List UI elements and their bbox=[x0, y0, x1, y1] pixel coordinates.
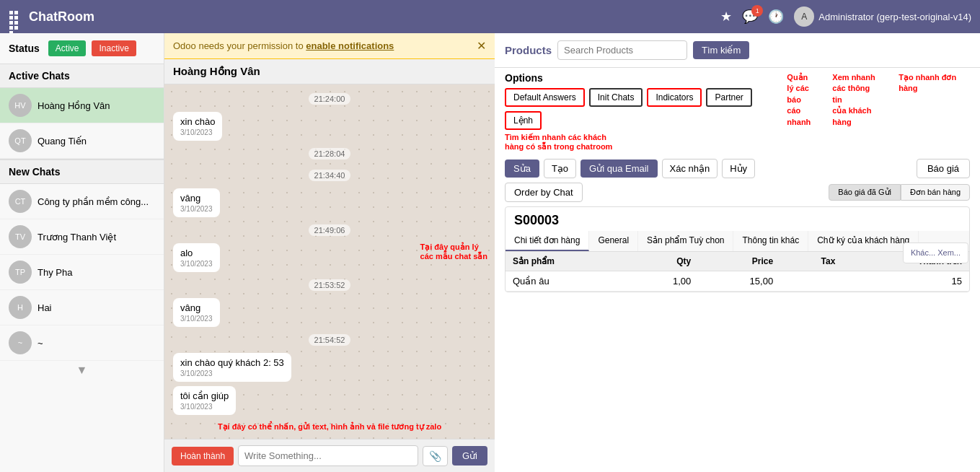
options-tabs: Default Answers Init Chats Indicators Pa… bbox=[505, 88, 765, 130]
clock-icon[interactable]: 🕐 bbox=[768, 9, 784, 25]
sidebar: Status Active Inactive Active Chats HV H… bbox=[0, 33, 164, 472]
annotation-xem-nhanh: Xem nhanh các thông tin của khách hàng bbox=[832, 72, 877, 128]
message-text: vâng bbox=[180, 193, 213, 204]
tab-chi-tiet[interactable]: Chi tiết đơn hàng bbox=[506, 231, 589, 251]
chat-name: Hai bbox=[37, 302, 52, 313]
search-products-input[interactable] bbox=[557, 40, 687, 60]
message-text: tôi cần giúp bbox=[180, 390, 229, 401]
chat-header: Hoàng Hồng Vân bbox=[164, 59, 495, 84]
annotation-tim-kiem: Tìm kiếm nhanh các khách hàng có sẵn tro… bbox=[495, 131, 980, 154]
grid-menu-icon[interactable] bbox=[9, 10, 22, 23]
list-item[interactable]: TV Trương Thanh Việt bbox=[0, 219, 164, 255]
partner-quick-view[interactable]: Khác... Xem... bbox=[903, 242, 968, 263]
indicators-tab[interactable]: Indicators bbox=[647, 88, 702, 107]
annotation-tao-nhanh: Tạo nhanh đơn hàng bbox=[899, 72, 970, 95]
confirm-button[interactable]: Xác nhận bbox=[662, 159, 718, 178]
cell-total: 15 bbox=[842, 271, 969, 292]
message-timestamp: 21:34:40 bbox=[309, 170, 351, 181]
avatar: HV bbox=[9, 94, 32, 117]
status-row: Status Active Inactive bbox=[0, 33, 164, 64]
quote-button[interactable]: Báo giá bbox=[917, 159, 970, 178]
list-item[interactable]: TP Thy Pha bbox=[0, 255, 164, 290]
message-timestamp: 21:28:04 bbox=[309, 148, 351, 159]
edit-button[interactable]: Sửa bbox=[505, 159, 539, 178]
chat-name: ~ bbox=[37, 338, 43, 349]
message-meta: 3/10/2023 bbox=[180, 370, 284, 377]
chat-panel: Odoo needs your permission to enable not… bbox=[164, 33, 495, 472]
close-notification-icon[interactable]: ✕ bbox=[477, 39, 486, 53]
right-panel: Products Tìm kiếm Options Default Answer… bbox=[495, 33, 980, 472]
avatar: A bbox=[794, 6, 814, 27]
avatar: TV bbox=[9, 225, 32, 248]
order-detail-wrapper: S00003 Chi tiết đơn hàng General Sản phẩ… bbox=[495, 206, 980, 472]
chat-notification-icon[interactable]: 💬 1 bbox=[742, 9, 758, 25]
chat-input-area: Hoàn thành 📎 Gửi bbox=[164, 439, 495, 472]
active-button[interactable]: Active bbox=[48, 40, 87, 56]
message-meta: 3/10/2023 bbox=[180, 205, 213, 213]
inactive-button[interactable]: Inactive bbox=[92, 40, 136, 56]
list-item[interactable]: H Hai bbox=[0, 290, 164, 325]
avatar: H bbox=[9, 296, 32, 319]
create-button[interactable]: Tạo bbox=[544, 159, 576, 178]
chat-input[interactable] bbox=[238, 445, 418, 466]
avatar: ~ bbox=[9, 331, 32, 354]
pipeline-buttons: Báo giá đã Gửi Đơn bán hàng bbox=[829, 184, 970, 201]
new-chats-title: New Chats bbox=[0, 160, 164, 184]
order-table: Sản phẩm Qty Price Tax Thành tiền Quần â… bbox=[506, 252, 969, 292]
topbar-icons: ★ 💬 1 🕐 A Administrator (gerp-test-origi… bbox=[720, 6, 971, 27]
send-button[interactable]: Gửi bbox=[452, 446, 487, 466]
list-item[interactable]: QT Quang Tiến bbox=[0, 123, 164, 159]
col-tax: Tax bbox=[780, 252, 842, 271]
message-meta: 3/10/2023 bbox=[180, 128, 215, 136]
partner-tab[interactable]: Partner bbox=[706, 88, 751, 107]
message-timestamp: 21:24:00 bbox=[309, 93, 351, 105]
star-icon[interactable]: ★ bbox=[720, 9, 732, 25]
tab-general[interactable]: General bbox=[589, 231, 638, 251]
send-email-button[interactable]: Gửi qua Email bbox=[581, 159, 657, 178]
complete-button[interactable]: Hoàn thành bbox=[172, 447, 234, 466]
main-layout: Status Active Inactive Active Chats HV H… bbox=[0, 33, 980, 472]
chat-name: Công ty phần mềm công... bbox=[37, 196, 149, 207]
avatar: CT bbox=[9, 190, 32, 213]
message-bubble: tôi cần giúp 3/10/2023 bbox=[173, 386, 236, 415]
chat-name: Quang Tiến bbox=[37, 136, 87, 147]
col-price: Price bbox=[698, 252, 780, 271]
message-bubble: vâng 3/10/2023 bbox=[173, 188, 220, 217]
search-button[interactable]: Tìm kiếm bbox=[693, 41, 749, 59]
lenh-tab[interactable]: Lệnh bbox=[505, 111, 542, 130]
message-bubble: xin chào quý khách 2: 53 3/10/2023 bbox=[173, 353, 291, 382]
chat-messages: 21:24:00 xin chào 3/10/2023 21:28:04 21:… bbox=[164, 84, 495, 439]
pipeline-sale-button[interactable]: Đơn bán hàng bbox=[901, 184, 970, 201]
active-chats-title: Active Chats bbox=[0, 64, 164, 88]
message-bubble: vâng 3/10/2023 bbox=[173, 298, 220, 327]
notification-text: Odoo needs your permission to enable not… bbox=[173, 40, 394, 51]
message-meta: 3/10/2023 bbox=[180, 260, 213, 268]
list-item[interactable]: CT Công ty phần mềm công... bbox=[0, 184, 164, 219]
products-search-row: Products Tìm kiếm bbox=[495, 33, 980, 68]
order-by-chat-row: Order by Chat Báo giá đã Gửi Đơn bán hàn… bbox=[495, 183, 980, 206]
notification-badge: 1 bbox=[751, 5, 763, 17]
init-chats-tab[interactable]: Init Chats bbox=[589, 88, 643, 107]
tab-san-pham[interactable]: Sản phẩm Tuỳ chon bbox=[638, 231, 733, 251]
order-by-chat-button[interactable]: Order by Chat bbox=[505, 183, 583, 202]
scroll-down-arrow[interactable]: ▼ bbox=[0, 361, 164, 380]
attach-button[interactable]: 📎 bbox=[423, 446, 448, 466]
default-answers-tab[interactable]: Default Answers bbox=[505, 88, 585, 107]
list-item[interactable]: ~ ~ bbox=[0, 325, 164, 361]
options-title: Options bbox=[505, 72, 765, 84]
message-text: alo bbox=[180, 248, 213, 258]
chat-name: Trương Thanh Việt bbox=[37, 232, 116, 242]
notification-bar: Odoo needs your permission to enable not… bbox=[164, 33, 495, 59]
action-buttons-row1: Sửa Tạo Gửi qua Email Xác nhận Hủy Báo g… bbox=[495, 154, 980, 183]
tab-thong-tin[interactable]: Thông tin khác bbox=[733, 231, 808, 251]
col-qty: Qty bbox=[627, 252, 698, 271]
status-label: Status bbox=[9, 43, 40, 54]
user-menu[interactable]: A Administrator (gerp-test-original-v14) bbox=[794, 6, 971, 27]
notification-link[interactable]: enable notifications bbox=[306, 40, 394, 51]
annotation-type: Tại đây có thể nhấn, gửi text, hình ảnh … bbox=[173, 422, 486, 432]
order-tabs: Chi tiết đơn hàng General Sản phẩm Tuỳ c… bbox=[506, 231, 969, 252]
cell-product: Quần âu bbox=[506, 271, 627, 292]
pipeline-sent-button[interactable]: Báo giá đã Gửi bbox=[829, 184, 901, 201]
cancel-button[interactable]: Hủy bbox=[722, 159, 755, 178]
list-item[interactable]: HV Hoàng Hồng Vân bbox=[0, 88, 164, 123]
